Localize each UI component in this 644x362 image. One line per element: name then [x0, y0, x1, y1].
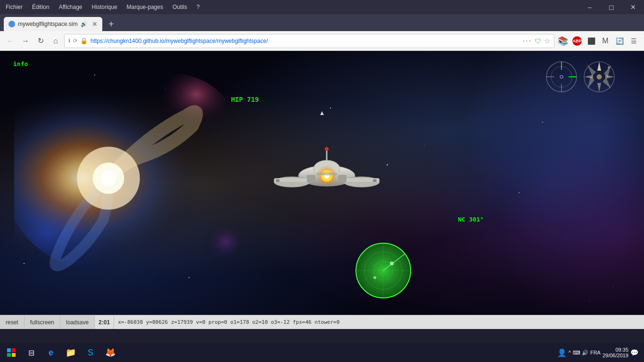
library-icon[interactable]: 📚 [556, 34, 570, 48]
taskview-button[interactable]: ⊟ [22, 344, 41, 361]
svg-rect-15 [307, 175, 315, 182]
bookmark-star-icon[interactable]: ☆ [544, 37, 550, 45]
svg-rect-21 [373, 179, 377, 182]
svg-rect-49 [7, 348, 11, 352]
svg-rect-22 [316, 173, 337, 175]
menu-affichage[interactable]: Affichage [57, 3, 84, 11]
close-button[interactable]: ✕ [622, 0, 644, 14]
svg-point-10 [325, 147, 329, 151]
tab-title: mywebglflightspace.sim [18, 21, 78, 27]
svg-rect-52 [12, 353, 16, 357]
spaceship [265, 131, 388, 216]
compass-container [545, 60, 616, 93]
svg-point-40 [608, 66, 610, 68]
svg-rect-16 [338, 175, 347, 182]
title-bar: Fichier Édition Affichage Historique Mar… [0, 0, 644, 14]
svg-point-6 [100, 170, 116, 186]
svg-marker-32 [597, 83, 601, 92]
svg-marker-35 [604, 65, 611, 77]
game-time: 2:01 [95, 315, 114, 329]
minimize-button[interactable]: – [579, 0, 601, 14]
tracking-protection-icon: ℹ [68, 38, 70, 44]
star-particle [589, 301, 590, 301]
tab-sound-icon[interactable]: 🔊 [81, 21, 87, 27]
new-tab-button[interactable]: + [104, 17, 118, 31]
status-bar: reset fullscreen loadsave 2:01 x=-86038 … [0, 315, 644, 329]
menu-outils[interactable]: Outils [171, 3, 189, 11]
taskbar-time: 09:35 [603, 347, 628, 353]
taskbar-action-center[interactable]: 💬 [630, 349, 638, 356]
svg-rect-20 [276, 179, 280, 182]
url-text: https://chungkn1400.github.io/mywebglfli… [91, 38, 520, 44]
svg-marker-37 [587, 65, 596, 76]
taskbar-lang: FRA [590, 350, 601, 355]
game-coords: x=-86038 y=80626 z=17939 v=0 prop=0 o1=1… [114, 319, 343, 325]
svg-rect-51 [7, 353, 11, 357]
compass-rose [583, 60, 616, 93]
loadsave-button[interactable]: loadsave [60, 315, 95, 329]
reader-mode-icon: ⟳ [73, 38, 77, 44]
svg-marker-38 [603, 78, 611, 89]
forward-button[interactable]: → [19, 34, 32, 48]
tab-favicon [8, 21, 15, 27]
taskbar-system-icons: ⌨ 🔊 [573, 350, 588, 356]
fullscreen-button[interactable]: fullscreen [25, 315, 60, 329]
url-bar[interactable]: ℹ ⟳ 🔒 https://chungkn1400.github.io/mywe… [64, 34, 554, 48]
galaxy-visual [14, 65, 250, 291]
back-button[interactable]: ← [4, 34, 17, 48]
star-particle [542, 122, 543, 123]
star-particle [283, 216, 283, 216]
more-icon[interactable]: ··· [523, 37, 532, 45]
reload-button[interactable]: ↻ [34, 34, 47, 48]
menu-bar: Fichier Édition Affichage Historique Mar… [4, 3, 201, 11]
svg-rect-50 [12, 348, 16, 352]
tab-close-icon[interactable]: ✕ [92, 20, 98, 28]
containers-icon[interactable]: ⬛ [585, 34, 598, 48]
menu-help[interactable]: ? [195, 3, 202, 11]
star-particle [519, 192, 520, 193]
svg-marker-36 [587, 76, 594, 89]
reset-button[interactable]: reset [0, 315, 25, 329]
address-bar: ← → ↻ ⌂ ℹ ⟳ 🔒 https://chungkn1400.github… [0, 31, 644, 51]
svg-marker-31 [597, 62, 601, 71]
star-label-nc301: NC 301° [458, 216, 484, 223]
info-label: info [13, 60, 28, 67]
taskbar-date: 29/06/2019 [603, 353, 628, 358]
menu-edition[interactable]: Édition [30, 3, 51, 11]
toolbar-right-icons: 📚 ABP ⬛ M 🔄 ☰ [556, 34, 640, 48]
game-viewport: info HIP 719 NC 301° [0, 51, 644, 315]
ie-button[interactable]: e [41, 344, 60, 361]
star-particle [613, 287, 613, 287]
menu-marquepages[interactable]: Marque-pages [125, 3, 165, 11]
lock-icon: 🔒 [80, 37, 88, 44]
radar-display [355, 242, 412, 301]
taskbar-notifications-icon: ^ [569, 350, 571, 355]
crosshair-indicator [545, 60, 578, 93]
svg-point-29 [560, 75, 563, 78]
abp-icon[interactable]: ABP [570, 34, 584, 48]
svg-point-47 [390, 262, 394, 265]
menu-fichier[interactable]: Fichier [4, 3, 25, 11]
maximize-button[interactable]: ◻ [601, 0, 622, 14]
start-button[interactable] [2, 343, 21, 362]
taskbar: ⊟ e 📁 S 🦊 👤 ^ ⌨ 🔊 FRA 09:35 29/06/2019 💬 [0, 343, 644, 362]
hamburger-icon[interactable]: ☰ [627, 34, 640, 48]
sync-icon[interactable]: 🔄 [613, 34, 626, 48]
svg-point-39 [597, 74, 602, 79]
taskbar-people-icon[interactable]: 👤 [557, 348, 567, 357]
taskbar-right: 👤 ^ ⌨ 🔊 FRA 09:35 29/06/2019 💬 [557, 347, 642, 358]
tab-bar: mywebglflightspace.sim 🔊 ✕ + [0, 14, 644, 31]
shield-icon[interactable]: 🛡 [535, 37, 541, 45]
star-particle [330, 107, 331, 108]
mail-icon[interactable]: M [599, 34, 612, 48]
star-label-hip719: HIP 719 [231, 96, 259, 103]
star-particle [566, 239, 566, 240]
menu-historique[interactable]: Historique [90, 3, 119, 11]
home-button[interactable]: ⌂ [49, 34, 62, 48]
skype-button[interactable]: S [81, 344, 100, 361]
explorer-button[interactable]: 📁 [61, 344, 80, 361]
firefox-button[interactable]: 🦊 [101, 344, 120, 361]
taskbar-clock[interactable]: 09:35 29/06/2019 [603, 347, 628, 358]
active-tab[interactable]: mywebglflightspace.sim 🔊 ✕ [4, 17, 102, 31]
svg-point-48 [373, 276, 376, 279]
